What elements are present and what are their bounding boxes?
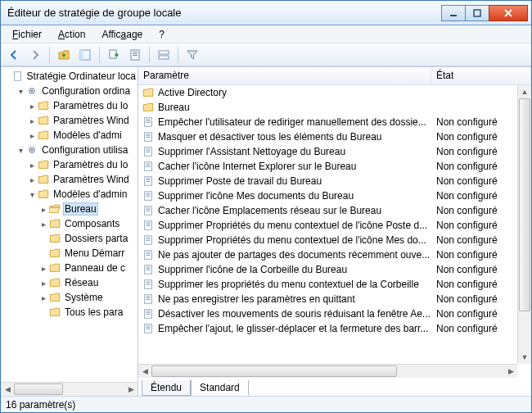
list-item[interactable]: Ne pas ajouter de partages des documents… bbox=[138, 247, 517, 262]
titlebar[interactable]: Éditeur de stratégie de groupe locale bbox=[1, 1, 531, 25]
minimize-button[interactable] bbox=[441, 5, 466, 21]
tree-item[interactable]: ▸Composants bbox=[4, 216, 138, 231]
svg-rect-37 bbox=[146, 193, 150, 194]
forward-button[interactable] bbox=[25, 45, 45, 65]
expand-icon[interactable]: ▸ bbox=[27, 102, 37, 111]
list-item-etat: Non configuré bbox=[433, 293, 517, 305]
maximize-button[interactable] bbox=[465, 5, 489, 21]
list-item[interactable]: Empêcher l'ajout, le glisser-déplacer et… bbox=[138, 321, 517, 336]
tree-item[interactable]: ▸Réseau bbox=[4, 275, 138, 290]
list-item[interactable]: Supprimer Propriétés du menu contextuel … bbox=[138, 233, 517, 247]
menu-help[interactable]: ? bbox=[152, 27, 171, 42]
scroll-right-icon[interactable]: ▶ bbox=[504, 365, 517, 378]
properties-button[interactable] bbox=[154, 45, 174, 65]
tree-item[interactable]: ▾Configuration utilisa bbox=[4, 143, 138, 157]
svg-rect-33 bbox=[146, 179, 150, 179]
collapse-icon[interactable]: ▾ bbox=[16, 146, 25, 155]
list-item-param: Bureau bbox=[158, 102, 433, 113]
expand-icon[interactable]: ▸ bbox=[27, 116, 37, 125]
list-vscrollbar[interactable]: ▲ ▼ bbox=[517, 85, 531, 364]
refresh-button[interactable] bbox=[125, 45, 145, 65]
menu-file[interactable]: Fichier bbox=[6, 27, 48, 42]
scroll-right-icon[interactable]: ▶ bbox=[124, 383, 138, 396]
menu-action[interactable]: Action bbox=[52, 27, 92, 42]
scroll-left-icon[interactable]: ◀ bbox=[138, 365, 151, 378]
tab-standard[interactable]: Standard bbox=[191, 380, 249, 396]
tree-item[interactable]: ▸Système bbox=[4, 290, 138, 305]
tree-item[interactable]: Tous les para bbox=[4, 305, 138, 320]
list-item-etat: Non configuré bbox=[433, 161, 517, 172]
scroll-thumb[interactable] bbox=[14, 384, 63, 395]
list-item[interactable]: Empêcher l'utilisateur de rediriger manu… bbox=[138, 115, 517, 129]
tree-item[interactable]: Menu Démarr bbox=[4, 246, 138, 261]
expand-icon[interactable]: ▸ bbox=[38, 264, 48, 273]
tree-item[interactable]: ▸Paramètres du lo bbox=[4, 157, 138, 172]
tree-item[interactable]: Dossiers parta bbox=[4, 231, 138, 246]
scroll-thumb[interactable] bbox=[519, 98, 530, 311]
filter-button[interactable] bbox=[183, 45, 202, 65]
expand-icon[interactable]: ▸ bbox=[27, 161, 37, 170]
list-item[interactable]: Supprimer les propriétés du menu context… bbox=[138, 277, 517, 292]
tree-hscrollbar[interactable]: ◀ ▶ bbox=[1, 382, 138, 396]
col-parametre[interactable]: Paramètre bbox=[138, 67, 431, 84]
svg-rect-66 bbox=[146, 297, 150, 298]
collapse-icon[interactable]: ▾ bbox=[27, 190, 37, 199]
svg-rect-25 bbox=[146, 149, 150, 150]
expand-icon[interactable]: ▸ bbox=[38, 293, 48, 302]
col-etat[interactable]: État bbox=[431, 67, 531, 84]
tree-item[interactable]: Stratégie Ordinateur loca bbox=[4, 69, 138, 84]
list-item[interactable]: Masquer et désactiver tous les éléments … bbox=[138, 129, 517, 144]
tree[interactable]: Stratégie Ordinateur loca▾Configuration … bbox=[1, 67, 138, 382]
scroll-up-icon[interactable]: ▲ bbox=[518, 85, 531, 98]
list-item[interactable]: Supprimer l'icône Mes documents du Burea… bbox=[138, 188, 517, 203]
expand-icon[interactable]: ▸ bbox=[38, 205, 48, 214]
scroll-left-icon[interactable]: ◀ bbox=[1, 383, 14, 396]
tree-item[interactable]: ▾Modèles d'admin bbox=[4, 187, 138, 202]
list-item[interactable]: Active Directory bbox=[138, 85, 517, 100]
svg-rect-49 bbox=[146, 238, 150, 238]
tab-etendu[interactable]: Étendu bbox=[142, 380, 191, 396]
tree-item-label: Réseau bbox=[63, 277, 100, 288]
expand-icon[interactable]: ▸ bbox=[27, 131, 37, 140]
list-item[interactable]: Supprimer l'icône de la Corbeille du Bur… bbox=[138, 262, 517, 277]
expand-icon[interactable]: ▸ bbox=[38, 279, 48, 288]
show-tree-button[interactable] bbox=[75, 45, 95, 65]
up-folder-button[interactable] bbox=[54, 45, 74, 65]
export-button[interactable] bbox=[104, 45, 124, 65]
list-item[interactable]: Désactiver les mouvements de souris rédu… bbox=[138, 306, 517, 321]
tree-pane: Stratégie Ordinateur loca▾Configuration … bbox=[1, 67, 138, 396]
list-item-param: Masquer et désactiver tous les éléments … bbox=[158, 131, 433, 143]
list-item[interactable]: Supprimer Propriétés du menu contextuel … bbox=[138, 218, 517, 233]
window-title: Éditeur de stratégie de groupe locale bbox=[7, 7, 442, 19]
tree-item[interactable]: ▸Paramètres Wind bbox=[4, 172, 138, 187]
list-item[interactable]: Bureau bbox=[138, 100, 517, 115]
close-button[interactable] bbox=[489, 5, 528, 21]
list-item[interactable]: Supprimer l'Assistant Nettoyage du Burea… bbox=[138, 144, 517, 159]
folder-icon bbox=[37, 129, 50, 142]
tree-item[interactable]: ▸Bureau bbox=[4, 202, 138, 216]
status-text: 16 paramètre(s) bbox=[6, 399, 75, 411]
scroll-down-icon[interactable]: ▼ bbox=[518, 351, 531, 364]
tree-item[interactable]: ▾Configuration ordina bbox=[4, 84, 138, 98]
list-hscrollbar[interactable]: ◀ ▶ bbox=[138, 364, 517, 378]
menu-view[interactable]: Afficaage bbox=[95, 27, 149, 42]
list-item[interactable]: Cacher l'icône Emplacements réseau sur l… bbox=[138, 203, 517, 218]
scroll-thumb[interactable] bbox=[151, 365, 397, 377]
list[interactable]: Active DirectoryBureauEmpêcher l'utilisa… bbox=[138, 85, 517, 364]
expand-icon[interactable]: ▸ bbox=[27, 175, 37, 184]
svg-rect-3 bbox=[80, 50, 83, 60]
back-button[interactable] bbox=[4, 45, 24, 65]
collapse-icon[interactable]: ▾ bbox=[16, 87, 25, 96]
list-item[interactable]: Ne pas enregistrer les paramètres en qui… bbox=[138, 292, 517, 306]
tree-item[interactable]: ▸Paramètres du lo bbox=[4, 98, 138, 113]
tree-item[interactable]: ▸Modèles d'admi bbox=[4, 128, 138, 143]
svg-rect-71 bbox=[146, 314, 150, 315]
svg-rect-39 bbox=[146, 196, 150, 197]
list-item[interactable]: Cacher l'icône Internet Explorer sur le … bbox=[138, 159, 517, 174]
list-item[interactable]: Supprimer Poste de travail du BureauNon … bbox=[138, 174, 517, 188]
tree-item[interactable]: ▸Panneau de c bbox=[4, 261, 138, 275]
svg-rect-62 bbox=[146, 283, 150, 284]
svg-rect-18 bbox=[146, 120, 150, 121]
expand-icon[interactable]: ▸ bbox=[38, 220, 48, 229]
tree-item[interactable]: ▸Paramètres Wind bbox=[4, 113, 138, 128]
